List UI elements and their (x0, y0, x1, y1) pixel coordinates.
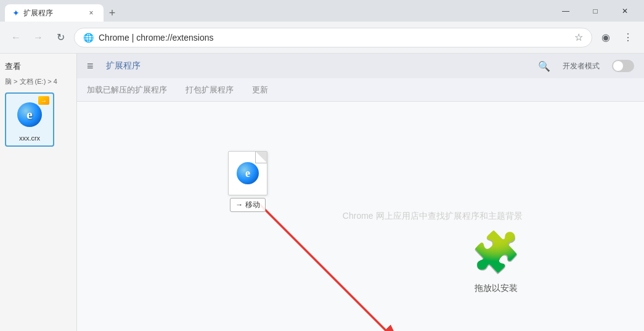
extensions-subheader: 加载已解压的扩展程序 打包扩展程序 更新 (77, 78, 644, 102)
extensions-title: 扩展程序 (106, 60, 526, 72)
dragging-file: e → 移动 (228, 151, 267, 212)
doc-icon: e (228, 151, 267, 195)
file-icon-container: e (12, 97, 47, 132)
ie-arrow-badge (38, 96, 49, 105)
move-label: → 移动 (230, 198, 265, 212)
tab-close-button[interactable]: × (86, 8, 96, 18)
window-controls: — □ ✕ (552, 0, 639, 22)
ie-file-icon: e (15, 100, 44, 129)
file-name-label: xxx.crx (19, 134, 40, 142)
address-bar: ← → ↻ 🌐 Chrome | chrome://extensions ☆ ◉… (0, 22, 644, 54)
extensions-content: Chrome 网上应用店中查找扩展程序和主题背景 (77, 102, 644, 331)
close-button[interactable]: ✕ (611, 0, 639, 22)
extensions-header: ≡ 扩展程序 🔍 开发者模式 (77, 54, 644, 78)
pack-extension-button[interactable]: 打包扩展程序 (185, 82, 234, 98)
tab-label: 扩展程序 (23, 8, 53, 18)
doc-ie-icon: e (237, 162, 259, 184)
bookmark-icon[interactable]: ☆ (574, 31, 583, 43)
active-tab[interactable]: ✦ 扩展程序 × (5, 4, 104, 22)
update-button[interactable]: 更新 (252, 82, 268, 98)
forward-button[interactable]: → (30, 29, 47, 46)
breadcrumb: 脑 > 文档 (E:) > 4 (5, 77, 71, 86)
background-hint: Chrome 网上应用店中查找扩展程序和主题背景 (343, 211, 523, 222)
url-text: Chrome | chrome://extensions (99, 33, 569, 43)
tab-extensions-icon: ✦ (12, 8, 20, 18)
maximize-button[interactable]: □ (581, 0, 609, 22)
menu-button[interactable]: ⋮ (619, 29, 637, 46)
ie-globe: e (17, 102, 42, 127)
hamburger-icon[interactable]: ≡ (87, 60, 94, 73)
url-security-icon: 🌐 (83, 33, 94, 43)
url-bar[interactable]: 🌐 Chrome | chrome://extensions ☆ (74, 28, 592, 47)
file-panel: 查看 脑 > 文档 (E:) > 4 e xxx.crx (0, 54, 77, 331)
dev-mode-toggle[interactable] (612, 60, 634, 72)
load-unpacked-button[interactable]: 加载已解压的扩展程序 (87, 82, 167, 98)
dev-mode-label: 开发者模式 (563, 61, 600, 72)
svg-line-1 (259, 203, 401, 331)
search-icon[interactable]: 🔍 (538, 60, 550, 72)
tab-area: ✦ 扩展程序 × + (5, 0, 552, 22)
main-layout: 查看 脑 > 文档 (E:) > 4 e xxx.crx ≡ 扩 (0, 54, 644, 331)
refresh-button[interactable]: ↻ (52, 29, 69, 46)
profile-button[interactable]: ◉ (597, 29, 614, 46)
back-button[interactable]: ← (7, 29, 25, 46)
new-tab-button[interactable]: + (104, 4, 121, 22)
minimize-button[interactable]: — (552, 0, 580, 22)
puzzle-icon: 🧩 (471, 229, 521, 276)
extensions-area: ≡ 扩展程序 🔍 开发者模式 加载已解压的扩展程序 打包扩展程序 更新 Chro… (77, 54, 644, 331)
window-frame: ✦ 扩展程序 × + — □ ✕ ← → ↻ 🌐 Chrome | chrome… (0, 0, 644, 331)
drop-target: 🧩 拖放以安装 (471, 229, 521, 294)
file-panel-label: 查看 (5, 59, 71, 77)
drop-label: 拖放以安装 (475, 283, 518, 294)
file-item[interactable]: e xxx.crx (5, 92, 54, 147)
title-bar: ✦ 扩展程序 × + — □ ✕ (0, 0, 644, 22)
